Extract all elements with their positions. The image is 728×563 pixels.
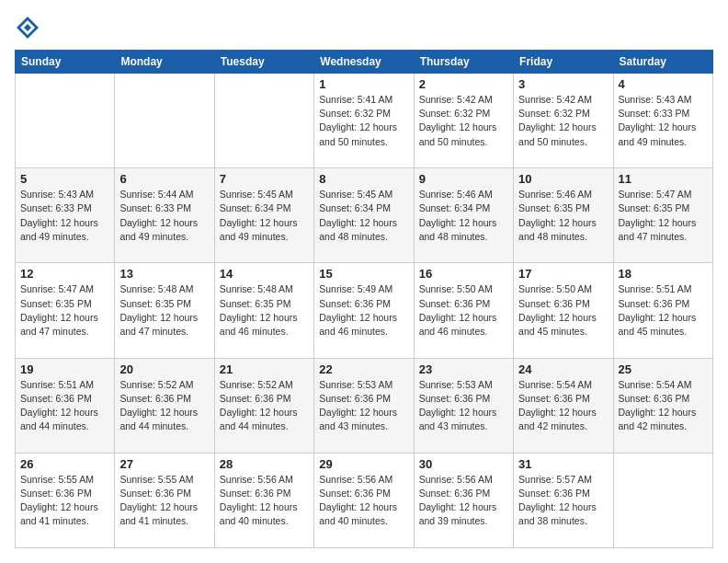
day-info: Sunrise: 5:54 AM Sunset: 6:36 PM Dayligh… xyxy=(619,378,708,434)
day-number: 31 xyxy=(518,457,608,471)
calendar-cell xyxy=(115,74,214,168)
calendar-cell: 17Sunrise: 5:50 AM Sunset: 6:36 PM Dayli… xyxy=(514,263,613,358)
calendar-cell: 9Sunrise: 5:46 AM Sunset: 6:34 PM Daylig… xyxy=(414,168,513,263)
day-number: 4 xyxy=(619,77,708,91)
day-number: 5 xyxy=(20,172,109,186)
day-number: 17 xyxy=(518,267,608,281)
day-number: 6 xyxy=(119,172,209,186)
calendar-cell: 21Sunrise: 5:52 AM Sunset: 6:36 PM Dayli… xyxy=(214,358,313,453)
calendar-cell: 11Sunrise: 5:47 AM Sunset: 6:35 PM Dayli… xyxy=(613,168,712,263)
day-number: 22 xyxy=(319,362,408,376)
day-info: Sunrise: 5:44 AM Sunset: 6:33 PM Dayligh… xyxy=(119,188,209,244)
day-info: Sunrise: 5:43 AM Sunset: 6:33 PM Dayligh… xyxy=(619,93,708,149)
page: SundayMondayTuesdayWednesdayThursdayFrid… xyxy=(0,0,728,563)
day-info: Sunrise: 5:46 AM Sunset: 6:35 PM Dayligh… xyxy=(518,188,608,244)
calendar-cell: 19Sunrise: 5:51 AM Sunset: 6:36 PM Dayli… xyxy=(16,358,115,453)
day-number: 2 xyxy=(419,77,508,91)
calendar-cell: 30Sunrise: 5:56 AM Sunset: 6:36 PM Dayli… xyxy=(414,453,513,547)
header xyxy=(15,15,713,40)
day-number: 29 xyxy=(319,457,408,471)
calendar-cell xyxy=(16,74,115,168)
day-info: Sunrise: 5:53 AM Sunset: 6:36 PM Dayligh… xyxy=(319,378,408,434)
calendar-cell: 29Sunrise: 5:56 AM Sunset: 6:36 PM Dayli… xyxy=(314,453,414,547)
day-info: Sunrise: 5:55 AM Sunset: 6:36 PM Dayligh… xyxy=(119,473,209,529)
calendar-cell: 22Sunrise: 5:53 AM Sunset: 6:36 PM Dayli… xyxy=(314,358,414,453)
day-info: Sunrise: 5:50 AM Sunset: 6:36 PM Dayligh… xyxy=(518,282,608,339)
day-number: 13 xyxy=(119,267,209,281)
calendar-cell: 31Sunrise: 5:57 AM Sunset: 6:36 PM Dayli… xyxy=(514,453,613,547)
day-info: Sunrise: 5:53 AM Sunset: 6:36 PM Dayligh… xyxy=(419,378,508,434)
day-number: 20 xyxy=(119,362,209,376)
calendar-cell: 3Sunrise: 5:42 AM Sunset: 6:32 PM Daylig… xyxy=(514,74,613,168)
logo-icon xyxy=(15,15,40,40)
day-number: 14 xyxy=(220,267,309,281)
day-info: Sunrise: 5:56 AM Sunset: 6:36 PM Dayligh… xyxy=(220,473,309,529)
day-info: Sunrise: 5:43 AM Sunset: 6:33 PM Dayligh… xyxy=(20,188,109,244)
day-info: Sunrise: 5:55 AM Sunset: 6:36 PM Dayligh… xyxy=(20,473,109,529)
day-info: Sunrise: 5:42 AM Sunset: 6:32 PM Dayligh… xyxy=(518,93,608,149)
day-number: 8 xyxy=(319,172,408,186)
logo xyxy=(15,15,44,40)
day-number: 26 xyxy=(20,457,109,471)
weekday-header: Monday xyxy=(115,51,214,74)
weekday-header: Thursday xyxy=(414,51,513,74)
calendar-cell: 4Sunrise: 5:43 AM Sunset: 6:33 PM Daylig… xyxy=(613,74,712,168)
calendar-cell: 18Sunrise: 5:51 AM Sunset: 6:36 PM Dayli… xyxy=(613,263,712,358)
weekday-header: Sunday xyxy=(16,51,115,74)
day-number: 12 xyxy=(20,267,109,281)
weekday-header: Tuesday xyxy=(214,51,313,74)
day-info: Sunrise: 5:48 AM Sunset: 6:35 PM Dayligh… xyxy=(119,282,209,339)
day-info: Sunrise: 5:54 AM Sunset: 6:36 PM Dayligh… xyxy=(518,378,608,434)
day-number: 18 xyxy=(619,267,708,281)
day-info: Sunrise: 5:46 AM Sunset: 6:34 PM Dayligh… xyxy=(419,188,508,244)
day-info: Sunrise: 5:47 AM Sunset: 6:35 PM Dayligh… xyxy=(619,188,708,244)
calendar-cell: 10Sunrise: 5:46 AM Sunset: 6:35 PM Dayli… xyxy=(514,168,613,263)
calendar-cell xyxy=(214,74,313,168)
calendar-cell xyxy=(613,453,712,547)
day-number: 30 xyxy=(419,457,508,471)
calendar-cell: 12Sunrise: 5:47 AM Sunset: 6:35 PM Dayli… xyxy=(16,263,115,358)
day-number: 19 xyxy=(20,362,109,376)
day-number: 21 xyxy=(220,362,309,376)
calendar-cell: 20Sunrise: 5:52 AM Sunset: 6:36 PM Dayli… xyxy=(115,358,214,453)
day-info: Sunrise: 5:45 AM Sunset: 6:34 PM Dayligh… xyxy=(220,188,309,244)
day-info: Sunrise: 5:56 AM Sunset: 6:36 PM Dayligh… xyxy=(319,473,408,529)
day-info: Sunrise: 5:56 AM Sunset: 6:36 PM Dayligh… xyxy=(419,473,508,529)
day-number: 25 xyxy=(619,362,708,376)
day-info: Sunrise: 5:42 AM Sunset: 6:32 PM Dayligh… xyxy=(419,93,508,149)
day-number: 23 xyxy=(419,362,508,376)
day-info: Sunrise: 5:49 AM Sunset: 6:36 PM Dayligh… xyxy=(319,282,408,339)
day-number: 27 xyxy=(119,457,209,471)
calendar-cell: 5Sunrise: 5:43 AM Sunset: 6:33 PM Daylig… xyxy=(16,168,115,263)
calendar-cell: 23Sunrise: 5:53 AM Sunset: 6:36 PM Dayli… xyxy=(414,358,513,453)
day-number: 9 xyxy=(419,172,508,186)
day-number: 10 xyxy=(518,172,608,186)
calendar-cell: 6Sunrise: 5:44 AM Sunset: 6:33 PM Daylig… xyxy=(115,168,214,263)
weekday-header: Friday xyxy=(514,51,613,74)
calendar-cell: 14Sunrise: 5:48 AM Sunset: 6:35 PM Dayli… xyxy=(214,263,313,358)
day-number: 11 xyxy=(619,172,708,186)
day-number: 24 xyxy=(518,362,608,376)
day-info: Sunrise: 5:52 AM Sunset: 6:36 PM Dayligh… xyxy=(220,378,309,434)
calendar-cell: 28Sunrise: 5:56 AM Sunset: 6:36 PM Dayli… xyxy=(214,453,313,547)
day-number: 28 xyxy=(220,457,309,471)
calendar-cell: 16Sunrise: 5:50 AM Sunset: 6:36 PM Dayli… xyxy=(414,263,513,358)
day-info: Sunrise: 5:51 AM Sunset: 6:36 PM Dayligh… xyxy=(619,282,708,339)
day-number: 1 xyxy=(319,77,408,91)
calendar-cell: 13Sunrise: 5:48 AM Sunset: 6:35 PM Dayli… xyxy=(115,263,214,358)
weekday-header: Saturday xyxy=(613,51,712,74)
day-info: Sunrise: 5:48 AM Sunset: 6:35 PM Dayligh… xyxy=(220,282,309,339)
calendar-cell: 7Sunrise: 5:45 AM Sunset: 6:34 PM Daylig… xyxy=(214,168,313,263)
calendar-cell: 24Sunrise: 5:54 AM Sunset: 6:36 PM Dayli… xyxy=(514,358,613,453)
day-number: 7 xyxy=(220,172,309,186)
calendar-cell: 26Sunrise: 5:55 AM Sunset: 6:36 PM Dayli… xyxy=(16,453,115,547)
calendar-cell: 15Sunrise: 5:49 AM Sunset: 6:36 PM Dayli… xyxy=(314,263,414,358)
day-info: Sunrise: 5:57 AM Sunset: 6:36 PM Dayligh… xyxy=(518,473,608,529)
calendar: SundayMondayTuesdayWednesdayThursdayFrid… xyxy=(15,50,713,548)
day-number: 3 xyxy=(518,77,608,91)
day-info: Sunrise: 5:51 AM Sunset: 6:36 PM Dayligh… xyxy=(20,378,109,434)
calendar-cell: 25Sunrise: 5:54 AM Sunset: 6:36 PM Dayli… xyxy=(613,358,712,453)
calendar-cell: 8Sunrise: 5:45 AM Sunset: 6:34 PM Daylig… xyxy=(314,168,414,263)
day-info: Sunrise: 5:47 AM Sunset: 6:35 PM Dayligh… xyxy=(20,282,109,339)
calendar-cell: 2Sunrise: 5:42 AM Sunset: 6:32 PM Daylig… xyxy=(414,74,513,168)
